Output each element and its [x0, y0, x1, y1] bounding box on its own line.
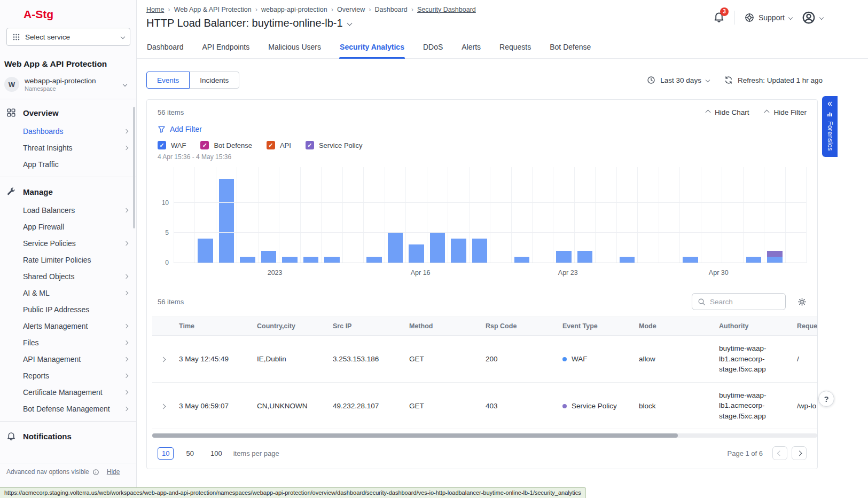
events-button[interactable]: Events: [146, 72, 190, 89]
column-header-authority[interactable]: Authority: [714, 317, 792, 336]
sidebar-item-certificate-management[interactable]: Certificate Management: [0, 384, 136, 400]
chart-bar-slot: [743, 167, 764, 263]
incidents-button[interactable]: Incidents: [189, 72, 239, 89]
breadcrumb-separator: ›: [255, 5, 257, 13]
row-expander-icon[interactable]: [160, 404, 166, 409]
sidebar-scrollbar[interactable]: [133, 107, 135, 228]
tabs: DashboardAPI EndpointsMalicious UsersSec…: [137, 38, 868, 59]
hide-filter-button[interactable]: Hide Filter: [765, 108, 807, 116]
column-header-src-ip[interactable]: Src IP: [327, 317, 404, 336]
sidebar-item-public-ip-addresses[interactable]: Public IP Addresses: [0, 301, 136, 318]
sidebar-item-service-policies[interactable]: Service Policies: [0, 235, 136, 251]
prev-page-button[interactable]: [772, 446, 787, 460]
sidebar-item-threat-insights[interactable]: Threat Insights: [0, 139, 136, 156]
chart-bar-slot: [342, 167, 363, 263]
tab-alerts[interactable]: Alerts: [461, 38, 481, 58]
tab-bot-defense[interactable]: Bot Defense: [549, 38, 591, 58]
column-header-method[interactable]: Method: [404, 317, 480, 336]
chevron-down-icon[interactable]: [347, 21, 352, 26]
breadcrumb-separator: ›: [369, 5, 371, 13]
sidebar-item-reports[interactable]: Reports: [0, 367, 136, 384]
column-header-request-pa[interactable]: Request Pa: [792, 317, 817, 336]
sidebar-item-rate-limiter-policies[interactable]: Rate Limiter Policies: [0, 251, 136, 268]
table-row[interactable]: 3 May 12:45:49IE,Dublin3.253.153.186GET2…: [152, 336, 817, 383]
column-header-event-type[interactable]: Event Type: [557, 317, 634, 336]
gear-icon[interactable]: [797, 297, 807, 306]
support-menu[interactable]: Support: [745, 13, 792, 22]
namespace-selector[interactable]: W webapp-api-protection Namespace: [4, 77, 131, 99]
breadcrumb-item[interactable]: Overview: [337, 6, 365, 13]
search-input[interactable]: [710, 298, 780, 306]
tab-malicious-users[interactable]: Malicious Users: [268, 38, 322, 58]
tab-security-analytics[interactable]: Security Analytics: [339, 38, 405, 58]
sidebar-item-alerts-management[interactable]: Alerts Management: [0, 318, 136, 334]
page-size-50[interactable]: 50: [182, 448, 198, 459]
table-row[interactable]: 3 May 06:59:07CN,UNKNOWN49.232.28.107GET…: [152, 382, 817, 429]
hide-chart-button[interactable]: Hide Chart: [706, 108, 749, 116]
column-header-rsp-code[interactable]: Rsp Code: [480, 317, 557, 336]
tab-ddos[interactable]: DDoS: [423, 38, 443, 58]
tab-api-endpoints[interactable]: API Endpoints: [202, 38, 251, 58]
forensics-chart-icon: [826, 110, 833, 117]
hide-link[interactable]: Hide: [107, 468, 120, 476]
filter-checkbox-waf[interactable]: ✓WAF: [158, 141, 186, 149]
cell-method: GET: [404, 336, 480, 383]
sidebar-item-bot-defense-management[interactable]: Bot Defense Management: [0, 400, 136, 417]
sidebar-item-load-balancers[interactable]: Load Balancers: [0, 202, 136, 218]
account-menu[interactable]: [802, 11, 823, 25]
section-notifications[interactable]: Notifications: [0, 426, 136, 446]
cell-expander: [152, 336, 174, 383]
breadcrumb-item[interactable]: Dashboard: [375, 6, 408, 13]
x-axis-tick-label: Apr 16: [411, 269, 431, 276]
y-axis-tick-label: 0: [165, 259, 169, 266]
breadcrumb-item[interactable]: Web App & API Protection: [174, 6, 252, 13]
section-manage[interactable]: Manage: [0, 181, 136, 202]
chart-bar-slot: [279, 167, 300, 263]
sidebar-item-api-management[interactable]: API Management: [0, 351, 136, 367]
refresh-button[interactable]: Refresh: Updated 1 hr ago: [724, 76, 823, 84]
page-size-10[interactable]: 10: [158, 447, 174, 460]
breadcrumb-item[interactable]: webapp-api-protection: [261, 6, 327, 13]
sidebar-item-ai-ml[interactable]: AI & ML: [0, 284, 136, 301]
column-header-mode[interactable]: Mode: [634, 317, 714, 336]
sidebar-item-app-firewall[interactable]: App Firewall: [0, 218, 136, 235]
scrollbar-thumb[interactable]: [152, 433, 678, 438]
section-overview[interactable]: Overview: [0, 102, 136, 123]
help-button[interactable]: ?: [818, 391, 834, 407]
column-header-country-city[interactable]: Country,city: [252, 317, 327, 336]
chevron-right-icon: [124, 406, 128, 410]
chart-bar-slot: [385, 167, 405, 263]
breadcrumb-item[interactable]: Home: [146, 6, 164, 13]
next-page-button[interactable]: [792, 446, 807, 460]
filter-label: API: [280, 141, 291, 149]
tab-dashboard[interactable]: Dashboard: [146, 38, 184, 58]
column-header-time[interactable]: Time: [174, 317, 252, 336]
breadcrumb: Home›Web App & API Protection›webapp-api…: [146, 5, 476, 13]
notifications-bell-button[interactable]: 3: [713, 11, 725, 25]
bar-segment-service-policy: [767, 251, 782, 257]
sidebar-item-app-traffic[interactable]: App Traffic: [0, 156, 136, 172]
filter-checkbox-service-policy[interactable]: ✓Service Policy: [306, 141, 363, 149]
breadcrumb-item[interactable]: Security Dashboard: [417, 6, 476, 13]
sidebar-item-shared-objects[interactable]: Shared Objects: [0, 268, 136, 284]
page-size-100[interactable]: 100: [206, 448, 226, 459]
filter-checkbox-api[interactable]: ✓API: [267, 141, 291, 149]
time-range-selector[interactable]: Last 30 days: [647, 76, 709, 84]
search-icon: [698, 298, 706, 306]
sidebar-item-files[interactable]: Files: [0, 334, 136, 351]
breadcrumb-separator: ›: [168, 5, 170, 13]
tab-requests[interactable]: Requests: [499, 38, 531, 58]
cell-authority: buytime-waap-lb1.acmecorp-stage.f5xc.app: [714, 336, 792, 383]
help-label: ?: [824, 394, 828, 404]
horizontal-scrollbar[interactable]: [152, 433, 817, 438]
row-expander-icon[interactable]: [160, 357, 166, 362]
add-filter-button[interactable]: Add Filter: [158, 125, 807, 133]
sidebar-item-dashboards[interactable]: Dashboards: [0, 123, 136, 139]
toolbar: Events Incidents Last 30 days Refresh: U…: [137, 59, 868, 89]
forensics-panel-tab[interactable]: Forensics: [822, 96, 838, 157]
select-service-dropdown[interactable]: Select service: [6, 28, 130, 46]
app-logo[interactable]: A-Stg: [24, 8, 136, 21]
bar-segment-events: [514, 257, 529, 263]
filter-checkbox-bot-defense[interactable]: ✓Bot Defense: [200, 141, 252, 149]
checkbox-icon: ✓: [267, 141, 275, 149]
